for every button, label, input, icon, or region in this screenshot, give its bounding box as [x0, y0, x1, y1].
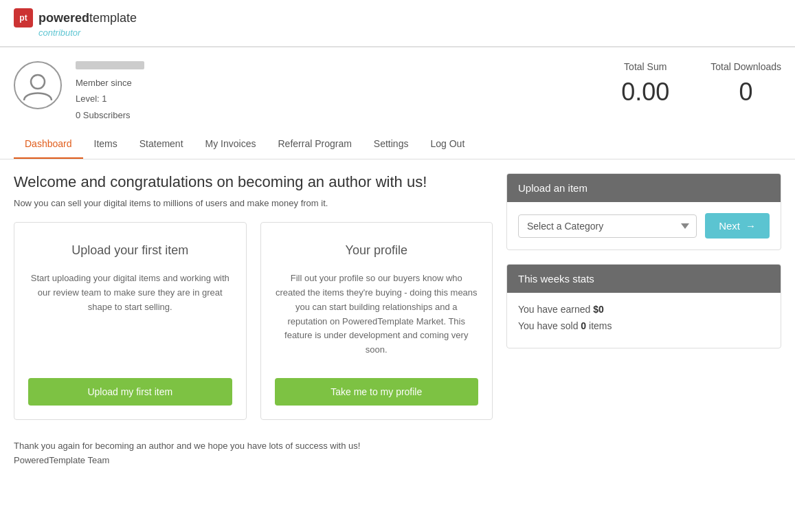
nav-item-statement[interactable]: Statement: [128, 130, 194, 159]
sold-suffix: items: [586, 320, 612, 331]
logo-icon-text: pt: [19, 13, 27, 23]
logo-text: poweredtemplate: [38, 11, 137, 25]
left-column: Welcome and congratulations on becoming …: [14, 173, 493, 465]
category-select[interactable]: Select a Category: [518, 214, 697, 238]
sold-line: You have sold 0 items: [518, 320, 770, 331]
earned-value: $0: [593, 304, 604, 315]
upload-panel-body: Select a Category Next →: [507, 202, 781, 250]
profile-meta: Member since Level: 1 0 Subscribers: [76, 75, 621, 123]
profile-info: Member since Level: 1 0 Subscribers: [76, 61, 621, 123]
stats-panel: This weeks stats You have earned $0 You …: [506, 264, 781, 348]
nav-item-logout[interactable]: Log Out: [419, 130, 475, 159]
upload-row: Select a Category Next →: [518, 213, 770, 239]
logo-icon: pt: [14, 8, 33, 27]
go-to-profile-button[interactable]: Take me to my profile: [275, 378, 479, 406]
upload-panel-header: Upload an item: [507, 174, 781, 202]
cards-row: Upload your first item Start uploading y…: [14, 222, 493, 420]
footer-team: PoweredTemplate Team: [14, 455, 493, 465]
nav-item-settings[interactable]: Settings: [363, 130, 420, 159]
sold-value: 0: [581, 320, 586, 331]
nav-item-items[interactable]: Items: [83, 130, 128, 159]
nav: Dashboard Items Statement My Invoices Re…: [0, 130, 795, 159]
stats-area: Total Sum 0.00 Total Downloads 0: [621, 61, 781, 107]
header: pt poweredtemplate contributor: [0, 0, 795, 47]
stats-panel-body: You have earned $0 You have sold 0 items: [507, 293, 781, 348]
logo-area: pt poweredtemplate contributor: [14, 8, 137, 38]
profile-card-title: Your profile: [346, 243, 407, 258]
upload-panel: Upload an item Select a Category Next →: [506, 173, 781, 250]
total-downloads-block: Total Downloads 0: [710, 61, 781, 107]
profile-card-desc: Fill out your profile so our buyers know…: [275, 271, 479, 357]
total-sum-label: Total Sum: [624, 61, 667, 72]
nav-item-invoices[interactable]: My Invoices: [194, 130, 267, 159]
upload-card: Upload your first item Start uploading y…: [14, 222, 247, 420]
welcome-heading: Welcome and congratulations on becoming …: [14, 173, 493, 191]
earned-prefix: You have earned: [518, 304, 593, 315]
member-since: Member since: [76, 75, 621, 91]
profile-section: Member since Level: 1 0 Subscribers Tota…: [0, 47, 795, 130]
earned-line: You have earned $0: [518, 304, 770, 315]
subscribers: 0 Subscribers: [76, 107, 621, 123]
svg-point-0: [31, 75, 45, 89]
logo-top: pt poweredtemplate: [14, 8, 137, 27]
total-downloads-value: 0: [739, 78, 753, 107]
footer-text: Thank you again for becoming an author a…: [14, 441, 493, 451]
total-sum-value: 0.00: [621, 78, 669, 107]
next-arrow-icon: →: [746, 220, 756, 232]
main-content: Welcome and congratulations on becoming …: [0, 173, 795, 479]
upload-card-title: Upload your first item: [71, 243, 188, 258]
profile-name-bar: [76, 61, 144, 69]
nav-item-referral[interactable]: Referral Program: [267, 130, 362, 159]
avatar: [14, 61, 62, 109]
right-column: Upload an item Select a Category Next → …: [506, 173, 781, 465]
upload-first-item-button[interactable]: Upload my first item: [28, 378, 232, 406]
stats-panel-header: This weeks stats: [507, 265, 781, 293]
next-button[interactable]: Next →: [705, 213, 770, 239]
logo-subtitle: contributor: [38, 27, 80, 38]
level: Level: 1: [76, 91, 621, 107]
sold-prefix: You have sold: [518, 320, 581, 331]
upload-card-desc: Start uploading your digital items and w…: [28, 271, 232, 357]
next-label: Next: [719, 220, 740, 232]
nav-item-dashboard[interactable]: Dashboard: [14, 130, 83, 159]
welcome-sub: Now you can sell your digital items to m…: [14, 198, 493, 208]
profile-card: Your profile Fill out your profile so ou…: [260, 222, 493, 420]
total-sum-block: Total Sum 0.00: [621, 61, 669, 107]
total-downloads-label: Total Downloads: [710, 61, 781, 72]
